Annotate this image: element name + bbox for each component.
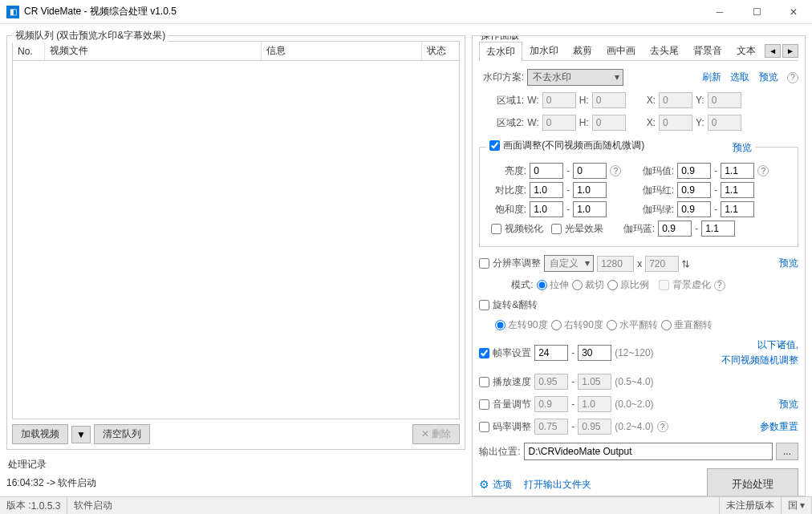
wm-help-icon[interactable]: ?	[787, 72, 798, 83]
res-custom-select[interactable]: 自定义	[544, 255, 594, 272]
speed-checkbox[interactable]: 播放速度	[479, 375, 531, 389]
col-status: 状态	[422, 42, 459, 60]
wm-preview-link[interactable]: 预览	[759, 71, 778, 84]
wm-scheme-select[interactable]: 不去水印	[527, 69, 623, 86]
tab-bgm[interactable]: 背景音	[686, 41, 729, 60]
bright-min[interactable]	[530, 163, 563, 179]
wm-refresh-link[interactable]: 刷新	[702, 71, 721, 84]
r2-w[interactable]	[542, 115, 576, 131]
tab-crop[interactable]: 裁剪	[566, 41, 599, 60]
gb-min[interactable]	[658, 221, 692, 237]
browse-button[interactable]: ...	[776, 443, 798, 460]
clear-queue-button[interactable]: 清空队列	[94, 424, 150, 444]
sharpen-checkbox[interactable]: 视频锐化	[491, 222, 543, 236]
status-unreg: 未注册版本	[720, 497, 782, 514]
r1-x[interactable]	[659, 92, 692, 108]
open-output-link[interactable]: 打开输出文件夹	[524, 478, 591, 492]
maximize-button[interactable]: ☐	[738, 0, 775, 24]
res-checkbox[interactable]: 分辨率调整	[479, 257, 541, 270]
res-w[interactable]	[597, 256, 634, 272]
load-video-button[interactable]: 加载视频	[12, 424, 68, 444]
status-msg: 软件启动	[67, 497, 719, 514]
r1-h[interactable]	[592, 92, 626, 108]
app-icon: ◧	[6, 6, 19, 18]
r2-x[interactable]	[659, 115, 692, 131]
gb-max[interactable]	[701, 221, 735, 237]
tab-pip[interactable]: 画中画	[599, 41, 643, 60]
col-file: 视频文件	[45, 42, 262, 60]
start-button[interactable]: 开始处理	[707, 468, 798, 496]
adjust-preview-link[interactable]: 预览	[733, 142, 752, 153]
gear-icon[interactable]: ⚙	[479, 478, 489, 491]
bg-blur-checkbox[interactable]: 背景虚化	[659, 278, 711, 292]
tab-trim[interactable]: 去头尾	[643, 41, 686, 60]
tab-remove-wm[interactable]: 去水印	[479, 42, 522, 61]
tab-text[interactable]: 文本	[729, 41, 763, 60]
speed-min[interactable]	[534, 374, 568, 390]
tab-add-wm[interactable]: 加水印	[522, 41, 566, 60]
bright-help[interactable]: ?	[610, 165, 621, 176]
sat-min[interactable]	[530, 201, 563, 217]
wm-pick-link[interactable]: 选取	[730, 71, 749, 84]
gamma-min[interactable]	[677, 163, 711, 179]
mode-crop[interactable]: 裁切	[572, 278, 604, 292]
reset-link[interactable]: 参数重置	[760, 420, 798, 434]
r2-h[interactable]	[592, 115, 626, 131]
res-preview-link[interactable]: 预览	[779, 257, 798, 270]
rot-l90[interactable]: 左转90度	[495, 318, 547, 332]
fps-min[interactable]	[534, 345, 568, 361]
table-header: No. 视频文件 信息 状态	[12, 41, 460, 60]
res-h[interactable]	[645, 256, 679, 272]
gamma-help[interactable]: ?	[757, 165, 769, 176]
gg-max[interactable]	[721, 201, 754, 217]
contrast-min[interactable]	[530, 182, 563, 198]
contrast-max[interactable]	[573, 182, 607, 198]
options-link[interactable]: 选项	[493, 478, 512, 492]
log-line: 16:04:32 -> 软件启动	[6, 473, 465, 496]
fps-note1: 以下诸值,	[721, 338, 798, 352]
glow-checkbox[interactable]: 光晕效果	[551, 222, 603, 236]
vol-preview-link[interactable]: 预览	[779, 398, 798, 411]
fps-checkbox[interactable]: 帧率设置	[479, 346, 531, 360]
tab-prev[interactable]: ◄	[765, 44, 781, 58]
bright-max[interactable]	[573, 163, 607, 179]
wm-scheme-label: 水印方案:	[479, 71, 524, 84]
output-path-input[interactable]	[524, 443, 773, 460]
vol-checkbox[interactable]: 音量调节	[479, 398, 531, 411]
br-max[interactable]	[578, 419, 611, 435]
vol-max[interactable]	[578, 396, 611, 412]
br-checkbox[interactable]: 码率调整	[479, 420, 531, 434]
r2-y[interactable]	[708, 115, 741, 131]
rot-hflip[interactable]: 水平翻转	[607, 318, 658, 332]
minimize-button[interactable]: ─	[701, 0, 738, 24]
sat-max[interactable]	[573, 201, 607, 217]
swap-icon[interactable]: ⇄	[680, 260, 692, 268]
speed-max[interactable]	[578, 374, 611, 390]
titlebar: ◧ CR VideMate - 视频综合处理 v1.0.5 ─ ☐ ✕	[0, 0, 812, 24]
close-button[interactable]: ✕	[775, 0, 812, 24]
tab-next[interactable]: ►	[782, 44, 798, 58]
bg-help[interactable]: ?	[714, 280, 725, 291]
mode-stretch[interactable]: 拉伸	[537, 278, 569, 292]
tabs: 去水印 加水印 裁剪 画中画 去头尾 背景音 文本 ◄ ►	[479, 41, 798, 61]
vol-min[interactable]	[534, 396, 568, 412]
fps-max[interactable]	[578, 345, 611, 361]
rotate-checkbox[interactable]: 旋转&翻转	[479, 298, 538, 312]
gamma-max[interactable]	[721, 163, 754, 179]
rot-r90[interactable]: 右转90度	[551, 318, 603, 332]
delete-button[interactable]: ✕ 删除	[412, 424, 460, 444]
rot-vflip[interactable]: 垂直翻转	[661, 318, 713, 332]
br-help[interactable]: ?	[657, 421, 668, 432]
load-video-dropdown[interactable]: ▼	[71, 426, 91, 443]
video-list[interactable]	[12, 60, 460, 419]
status-lang[interactable]: 国 ▾	[782, 497, 812, 514]
br-min[interactable]	[534, 419, 568, 435]
gr-min[interactable]	[677, 182, 711, 198]
mode-ratio[interactable]: 原比例	[607, 278, 649, 292]
gg-min[interactable]	[677, 201, 711, 217]
fps-note2: 不同视频随机调整	[721, 354, 798, 367]
r1-w[interactable]	[542, 92, 576, 108]
gr-max[interactable]	[721, 182, 754, 198]
r1-y[interactable]	[708, 92, 741, 108]
adjust-checkbox[interactable]: 画面调整(不同视频画面随机微调)	[489, 139, 644, 152]
